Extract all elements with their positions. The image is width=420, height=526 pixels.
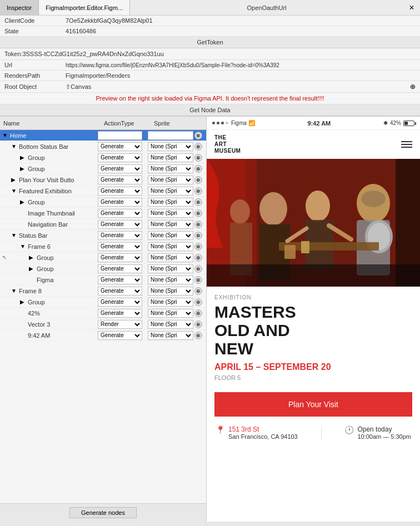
action-select[interactable]: Generate xyxy=(98,187,142,196)
action-select[interactable]: Generate xyxy=(98,209,142,218)
sprite-circle-btn[interactable]: ⊕ xyxy=(194,154,202,162)
get-token-button[interactable]: GetToken xyxy=(0,37,420,48)
get-node-data-button[interactable]: Get Node Data xyxy=(0,104,420,116)
tab-inspector[interactable]: Inspector xyxy=(0,0,39,15)
sprite-select[interactable]: None (Spri xyxy=(148,164,193,173)
tree-row[interactable]: 42% Generate None (Spri⊕ xyxy=(0,308,206,319)
tree-row[interactable]: ▶ Group Generate None (Spri⊕ xyxy=(0,297,206,308)
sprite-circle-btn[interactable]: ⊕ xyxy=(194,165,202,173)
tree-row[interactable]: ↖ ▶ Group Generate None (Spri⊕ xyxy=(0,252,206,263)
action-select[interactable]: Generate xyxy=(98,298,142,307)
sprite-select[interactable]: None (Spri xyxy=(148,153,193,162)
tree-row[interactable]: Figma Generate None (Spri⊕ xyxy=(0,274,206,285)
action-select[interactable]: Generate xyxy=(98,142,142,151)
tree-row[interactable]: Vector 3 Render None (Spri⊕ xyxy=(0,319,206,330)
tree-row[interactable]: ▶ Group Generate None (Spri⊕ xyxy=(0,263,206,274)
tree-row[interactable]: ▶ Plan Your Visit Butto Generate None (S… xyxy=(0,174,206,186)
expand-arrow[interactable]: ▶ xyxy=(20,154,28,161)
action-select[interactable]: Generate xyxy=(98,131,142,140)
hamburger-menu[interactable] xyxy=(401,141,412,148)
sprite-select[interactable]: None (Spri xyxy=(148,187,193,196)
expand-arrow[interactable]: ▼ xyxy=(11,188,19,194)
sprite-circle-btn[interactable]: ⊕ xyxy=(194,298,202,306)
sprite-select[interactable]: None (Spri xyxy=(148,264,193,273)
sprite-circle-btn[interactable]: ⊕ xyxy=(194,320,202,328)
action-select[interactable]: Generate xyxy=(98,331,142,340)
expand-arrow[interactable]: ▼ xyxy=(20,243,28,249)
sprite-circle-btn[interactable]: ⊕ xyxy=(194,221,202,228)
sprite-select[interactable]: None (Spri xyxy=(148,131,193,140)
sprite-circle-btn[interactable]: ⊕ xyxy=(194,143,202,151)
expand-arrow[interactable]: ▶ xyxy=(20,199,28,205)
expand-arrow[interactable]: ▼ xyxy=(11,143,19,149)
tree-row[interactable]: Navigation Bar Generate None (Spri⊕ xyxy=(0,219,206,230)
sprite-select[interactable]: None (Spri xyxy=(148,309,193,318)
sprite-select[interactable]: None (Spri xyxy=(148,198,193,207)
sprite-circle-btn[interactable]: ⊕ xyxy=(194,243,202,251)
sprite-select[interactable]: None (Spri xyxy=(148,220,193,229)
sprite-select[interactable]: None (Spri xyxy=(148,209,193,218)
window-close[interactable]: ✕ xyxy=(403,4,420,12)
sprite-select[interactable]: None (Spri xyxy=(148,320,193,329)
sprite-circle-btn[interactable]: ⊕ xyxy=(194,187,202,195)
generate-nodes-button[interactable]: Generate nodes xyxy=(69,507,137,518)
sprite-select[interactable]: None (Spri xyxy=(148,253,193,262)
action-select[interactable]: Generate xyxy=(98,275,142,284)
action-select[interactable]: Generate xyxy=(98,220,142,229)
expand-arrow[interactable]: ▶ xyxy=(29,254,37,261)
sprite-circle-btn[interactable]: ⊕ xyxy=(194,254,202,262)
sprite-circle-btn[interactable]: ⊕ xyxy=(194,309,202,317)
sprite-select[interactable]: None (Spri xyxy=(148,176,193,184)
sprite-circle-btn[interactable]: ⊕ xyxy=(194,332,202,339)
signal-dot-3 xyxy=(221,122,224,124)
tree-row[interactable]: ▼ Status Bar Generate None (Spri⊕ xyxy=(0,230,206,241)
action-select[interactable]: Render xyxy=(98,320,142,329)
expand-arrow[interactable]: ▼ xyxy=(11,232,19,238)
expand-arrow[interactable]: ▶ xyxy=(29,265,37,272)
plan-visit-button[interactable]: Plan Your Visit xyxy=(214,392,412,417)
sprite-select[interactable]: None (Spri xyxy=(148,331,193,340)
sprite-select[interactable]: None (Spri xyxy=(148,231,193,240)
sprite-circle-btn[interactable]: ⊕ xyxy=(194,198,202,206)
sprite-select[interactable]: None (Spri xyxy=(148,142,193,151)
expand-arrow[interactable]: ▶ xyxy=(20,166,28,172)
sprite-circle-btn[interactable]: ⊕ xyxy=(194,176,202,184)
sprite-circle-btn[interactable]: ⊕ xyxy=(194,232,202,239)
sprite-circle-btn[interactable]: ⊕ xyxy=(194,132,202,139)
tree-row[interactable]: Image Thumbnail Generate None (Spri⊕ xyxy=(0,208,206,219)
expand-arrow[interactable]: ▼ xyxy=(11,288,19,294)
sprite-circle-btn[interactable]: ⊕ xyxy=(194,287,202,295)
expand-arrow[interactable]: ▼ xyxy=(2,132,10,138)
tree-row[interactable]: ▶ Group Generate None (Spri⊕ xyxy=(0,197,206,208)
expand-arrow[interactable]: ▶ xyxy=(20,299,28,305)
action-select[interactable]: Generate xyxy=(98,176,142,184)
renders-path-label: RendersPath xyxy=(4,72,66,79)
tree-row[interactable]: ▼ Featured Exhibition Generate None (Spr… xyxy=(0,186,206,197)
tree-row[interactable]: ▼ Frame 6 Generate None (Spri⊕ xyxy=(0,241,206,252)
sprite-select[interactable]: None (Spri xyxy=(148,242,193,251)
sprite-circle-btn[interactable]: ⊕ xyxy=(194,265,202,273)
sprite-circle-btn[interactable]: ⊕ xyxy=(194,276,202,284)
tree-row[interactable]: ▼ Frame 8 Generate None (Spri⊕ xyxy=(0,285,206,297)
tree-row[interactable]: ▶ Group Generate None (Spri⊕ xyxy=(0,152,206,163)
action-select[interactable]: Generate xyxy=(98,309,142,318)
expand-arrow[interactable]: ▶ xyxy=(11,177,19,183)
action-select[interactable]: Generate xyxy=(98,153,142,162)
tab-figma-importer[interactable]: FigmaImporter.Editor.Figm... xyxy=(39,0,130,15)
action-select[interactable]: Generate xyxy=(98,242,142,251)
tree-row[interactable]: ▶ Group Generate None (Spri⊕ xyxy=(0,163,206,174)
action-select[interactable]: Generate xyxy=(98,253,142,262)
action-select[interactable]: Generate xyxy=(98,198,142,207)
sprite-select[interactable]: None (Spri xyxy=(148,287,193,295)
root-object-icon[interactable]: ⊕ xyxy=(410,83,416,91)
action-select[interactable]: Generate xyxy=(98,287,142,295)
action-select[interactable]: Generate xyxy=(98,164,142,173)
tree-row[interactable]: 9:42 AM Generate None (Spri⊕ xyxy=(0,330,206,341)
tree-row[interactable]: ▼ Bottom Status Bar Generate None (Spri⊕ xyxy=(0,141,206,152)
action-select[interactable]: Generate xyxy=(98,231,142,240)
tree-row[interactable]: ▼ Home Generate None (Spri⊕ xyxy=(0,130,206,141)
sprite-select[interactable]: None (Spri xyxy=(148,298,193,307)
sprite-circle-btn[interactable]: ⊕ xyxy=(194,209,202,217)
sprite-select[interactable]: None (Spri xyxy=(148,275,193,284)
action-select[interactable]: Generate xyxy=(98,264,142,273)
